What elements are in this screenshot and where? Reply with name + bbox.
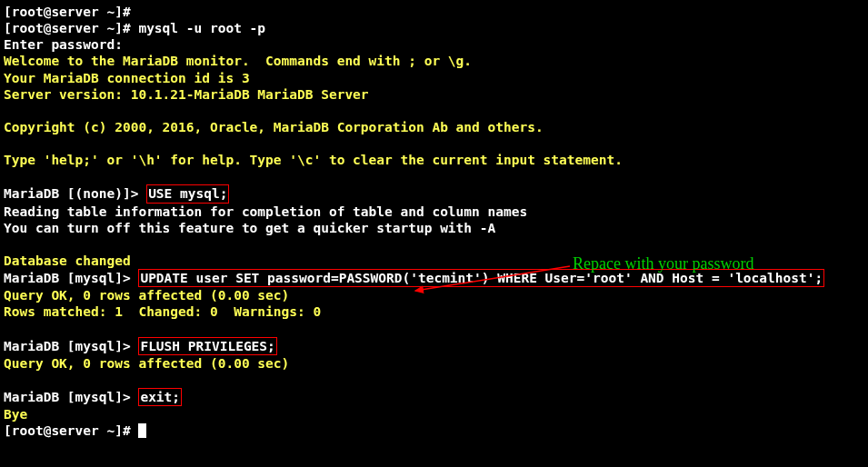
terminal-line: Rows matched: 1 Changed: 0 Warnings: 0: [4, 303, 864, 320]
terminal-output: [root@server ~]# [root@server ~]# mysql …: [4, 4, 864, 439]
terminal-line: Query OK, 0 rows affected (0.00 sec): [4, 287, 864, 303]
terminal-line: Your MariaDB connection id is 3: [4, 70, 864, 86]
cursor-icon: [138, 423, 146, 438]
output-text: Welcome to the MariaDB monitor. Commands…: [4, 54, 472, 68]
terminal-line: [root@server ~]#: [4, 422, 864, 439]
output-text: Bye: [4, 407, 27, 422]
terminal-line: [root@server ~]#: [4, 4, 864, 20]
terminal-line: [4, 236, 864, 253]
terminal-line: Copyright (c) 2000, 2016, Oracle, MariaD…: [4, 119, 864, 135]
output-text: Type 'help;' or '\h' for help. Type '\c'…: [4, 153, 623, 167]
terminal-line: [4, 103, 864, 119]
highlighted-command: USE mysql;: [146, 184, 229, 203]
output-text: Server version: 10.1.21-MariaDB MariaDB …: [4, 87, 369, 102]
highlighted-command: FLUSH PRIVILEGES;: [138, 337, 276, 355]
highlighted-command: exit;: [138, 388, 182, 406]
terminal-line: [4, 320, 864, 336]
output-text: You can turn off this feature to get a q…: [4, 221, 495, 235]
shell-prompt: [root@server ~]#: [4, 21, 138, 35]
shell-prompt: [root@server ~]#: [4, 5, 138, 19]
terminal-line: [root@server ~]# mysql -u root -p: [4, 20, 864, 36]
terminal-line: You can turn off this feature to get a q…: [4, 220, 864, 236]
annotation-label: Repace with your password: [573, 253, 753, 274]
output-text: Query OK, 0 rows affected (0.00 sec): [4, 288, 289, 303]
output-text: Copyright (c) 2000, 2016, Oracle, MariaD…: [4, 120, 544, 134]
terminal-line: MariaDB [(none)]> USE mysql;: [4, 184, 864, 203]
output-text: Query OK, 0 rows affected (0.00 sec): [4, 356, 289, 371]
terminal-line: Bye: [4, 406, 864, 422]
terminal-line: [4, 168, 864, 184]
output-text: Database changed: [4, 253, 131, 268]
db-prompt: MariaDB [(none)]>: [4, 186, 146, 201]
output-text: Reading table information for completion…: [4, 204, 527, 219]
terminal-line: Reading table information for completion…: [4, 204, 864, 220]
output-text: Your MariaDB connection id is 3: [4, 71, 250, 85]
terminal-line: [4, 135, 864, 152]
terminal-line: Type 'help;' or '\h' for help. Type '\c'…: [4, 152, 864, 168]
output-text: Enter password:: [4, 37, 123, 52]
db-prompt: MariaDB [mysql]>: [4, 390, 138, 404]
db-prompt: MariaDB [mysql]>: [4, 271, 138, 285]
shell-prompt: [root@server ~]#: [4, 423, 138, 438]
terminal-line: Query OK, 0 rows affected (0.00 sec): [4, 355, 864, 372]
output-text: Rows matched: 1 Changed: 0 Warnings: 0: [4, 304, 321, 319]
db-prompt: MariaDB [mysql]>: [4, 339, 138, 353]
shell-command: mysql -u root -p: [138, 21, 265, 35]
terminal-line: MariaDB [mysql]> FLUSH PRIVILEGES;: [4, 337, 864, 355]
terminal-line: Enter password:: [4, 36, 864, 53]
terminal-line: Welcome to the MariaDB monitor. Commands…: [4, 53, 864, 69]
terminal-line: MariaDB [mysql]> exit;: [4, 388, 864, 406]
terminal-line: Server version: 10.1.21-MariaDB MariaDB …: [4, 86, 864, 103]
terminal-line: [4, 372, 864, 388]
